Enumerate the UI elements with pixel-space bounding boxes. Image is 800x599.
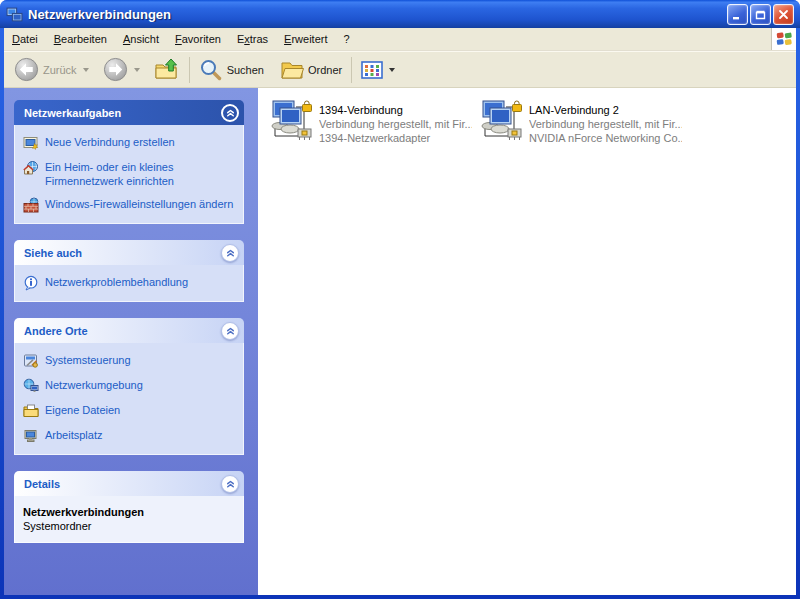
panel-title: Siehe auch — [24, 247, 82, 259]
firewall-icon — [23, 197, 39, 213]
connection-item-1394[interactable]: 1394-Verbindung Verbindung hergestellt, … — [268, 100, 472, 145]
link-my-computer[interactable]: Arbeitsplatz — [23, 428, 237, 444]
windows-logo — [771, 28, 796, 50]
close-button[interactable] — [773, 4, 794, 25]
close-icon — [778, 9, 789, 20]
menu-datei[interactable]: Datei — [4, 28, 46, 50]
my-computer-icon — [23, 428, 39, 444]
link-my-documents[interactable]: Eigene Dateien — [23, 403, 237, 419]
forward-button[interactable] — [99, 55, 144, 84]
folders-icon — [280, 58, 304, 82]
panel-title: Netzwerkaufgaben — [24, 107, 121, 119]
firewalled-connection-icon — [478, 100, 524, 144]
search-label: Suchen — [227, 64, 264, 76]
back-label: Zurück — [43, 64, 77, 76]
link-network-places[interactable]: Netzwerkumgebung — [23, 378, 237, 394]
up-button[interactable] — [150, 55, 184, 85]
windows-flag-icon — [776, 31, 793, 47]
menu-bar: Datei Bearbeiten Ansicht Favoriten Extra… — [4, 28, 796, 51]
up-folder-icon — [154, 57, 180, 83]
panel-title: Details — [24, 478, 60, 490]
connection-status: Verbindung hergestellt, mit Fir... — [319, 117, 472, 131]
panel-title: Andere Orte — [24, 325, 88, 337]
minimize-button[interactable] — [727, 4, 748, 25]
link-control-panel[interactable]: Systemsteuerung — [23, 353, 237, 369]
my-documents-icon — [23, 403, 39, 419]
panel-other-places: Andere Orte — [14, 318, 244, 455]
menu-help[interactable]: ? — [335, 28, 357, 50]
details-folder-type: Systemordner — [23, 520, 235, 532]
connection-device: 1394-Netzwerkadapter — [319, 131, 472, 145]
menu-ansicht[interactable]: Ansicht — [115, 28, 167, 50]
back-arrow-icon — [14, 57, 39, 82]
details-folder-name: Netzwerkverbindungen — [23, 506, 235, 518]
views-grid-icon — [361, 60, 383, 80]
connections-view: 1394-Verbindung Verbindung hergestellt, … — [258, 88, 796, 595]
menu-extras[interactable]: Extras — [229, 28, 276, 50]
task-sidebar: Netzwerkaufgaben Neue Verbind — [4, 88, 258, 595]
toolbar-separator — [189, 57, 190, 83]
new-connection-icon — [23, 135, 39, 151]
back-dropdown-caret-icon[interactable] — [83, 68, 89, 72]
toolbar: Zurück — [4, 51, 796, 88]
maximize-icon — [755, 9, 766, 20]
panel-see-also: Siehe auch N — [14, 240, 244, 302]
info-icon — [23, 275, 39, 291]
forward-dropdown-caret-icon[interactable] — [134, 68, 140, 72]
collapse-chevron-icon[interactable] — [221, 475, 239, 493]
network-connections-icon — [6, 6, 23, 23]
panel-details: Details Netzwerkverbindungen Systemordne… — [14, 471, 244, 543]
menu-erweitert[interactable]: Erweitert — [276, 28, 335, 50]
task-network-troubleshooting[interactable]: Netzwerkproblembehandlung — [23, 275, 237, 291]
connection-device: NVIDIA nForce Networking Co... — [529, 131, 682, 145]
firewalled-connection-icon — [268, 100, 314, 144]
connection-name: LAN-Verbindung 2 — [529, 103, 682, 117]
views-button[interactable] — [357, 58, 399, 82]
control-panel-icon — [23, 353, 39, 369]
toolbar-separator — [351, 57, 352, 83]
panel-header-other-places[interactable]: Andere Orte — [14, 318, 244, 343]
connection-item-lan2[interactable]: LAN-Verbindung 2 Verbindung hergestellt,… — [478, 100, 682, 145]
network-connections-window: Netzwerkverbindungen Datei Bearbeiten An… — [0, 0, 800, 599]
collapse-chevron-icon[interactable] — [221, 322, 239, 340]
network-places-icon — [23, 378, 39, 394]
connection-status: Verbindung hergestellt, mit Fir... — [529, 117, 682, 131]
maximize-button[interactable] — [750, 4, 771, 25]
back-button[interactable]: Zurück — [10, 55, 93, 84]
task-firewall-settings[interactable]: Windows-Firewalleinstellungen ändern — [23, 197, 237, 213]
task-setup-home-network[interactable]: Ein Heim- oder ein kleines Firmennetzwer… — [23, 160, 237, 188]
home-network-icon — [23, 160, 39, 176]
connection-name: 1394-Verbindung — [319, 103, 472, 117]
panel-header-network-tasks[interactable]: Netzwerkaufgaben — [14, 100, 244, 125]
window-title: Netzwerkverbindungen — [28, 7, 727, 22]
forward-arrow-icon — [103, 57, 128, 82]
menu-favoriten[interactable]: Favoriten — [167, 28, 229, 50]
task-new-connection[interactable]: Neue Verbindung erstellen — [23, 135, 237, 151]
title-bar[interactable]: Netzwerkverbindungen — [0, 0, 800, 28]
panel-header-details[interactable]: Details — [14, 471, 244, 496]
search-button[interactable]: Suchen — [195, 56, 268, 84]
collapse-chevron-icon[interactable] — [221, 104, 239, 122]
search-icon — [199, 58, 223, 82]
views-dropdown-caret-icon[interactable] — [389, 68, 395, 72]
folders-label: Ordner — [308, 64, 342, 76]
menu-bearbeiten[interactable]: Bearbeiten — [46, 28, 115, 50]
collapse-chevron-icon[interactable] — [221, 244, 239, 262]
folders-button[interactable]: Ordner — [276, 56, 346, 84]
minimize-icon — [732, 9, 743, 20]
panel-network-tasks: Netzwerkaufgaben Neue Verbind — [14, 100, 244, 224]
panel-header-see-also[interactable]: Siehe auch — [14, 240, 244, 265]
